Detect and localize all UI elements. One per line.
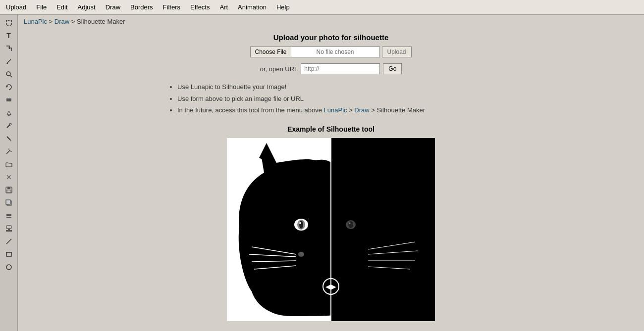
menubar: Upload File Edit Adjust Draw Borders Fil… (0, 0, 644, 15)
instruction-3: In the future, access this tool from the… (177, 105, 504, 115)
tool-save[interactable] (2, 184, 16, 196)
tool-stamp[interactable] (2, 223, 16, 235)
svg-marker-4 (6, 86, 8, 88)
svg-point-8 (9, 123, 11, 125)
svg-point-40 (349, 222, 351, 224)
svg-line-9 (7, 137, 10, 140)
svg-line-7 (7, 125, 10, 128)
menu-edit[interactable]: Edit (54, 2, 69, 12)
example-section: Example of Silhouette tool (18, 125, 644, 323)
tool-crop[interactable] (2, 43, 16, 54)
tool-layers[interactable] (2, 210, 16, 222)
tool-text[interactable]: T (2, 30, 16, 42)
instruction-lunapic-link[interactable]: LunaPic (324, 106, 347, 114)
tool-zoom[interactable] (2, 68, 16, 80)
svg-line-1 (7, 59, 11, 63)
menu-help[interactable]: Help (274, 2, 292, 12)
menu-animation[interactable]: Animation (236, 2, 268, 12)
svg-rect-25 (6, 252, 11, 256)
svg-rect-14 (7, 187, 10, 189)
breadcrumb-sep2: > (69, 18, 77, 25)
tool-wand[interactable] (2, 145, 16, 157)
instruction-1: Use Lunapic to Silhouette your Image! (177, 82, 504, 92)
svg-line-3 (10, 75, 12, 77)
svg-point-49 (298, 252, 304, 257)
svg-rect-20 (6, 217, 11, 218)
tool-eyedropper[interactable] (2, 120, 16, 132)
tool-brush[interactable] (2, 133, 16, 144)
menu-draw[interactable]: Draw (104, 2, 122, 12)
svg-rect-15 (7, 190, 11, 192)
menu-art[interactable]: Art (217, 2, 230, 12)
url-label: or, open URL (260, 65, 298, 73)
svg-point-2 (6, 72, 10, 76)
upload-title: Upload your photo for silhouette (133, 33, 529, 42)
svg-point-39 (348, 221, 353, 228)
file-input-row: Choose File No file chosen Upload (133, 47, 529, 57)
tool-circle[interactable] (2, 261, 16, 273)
instruction-2: Use form above to pick an image file or … (177, 94, 504, 104)
menu-adjust[interactable]: Adjust (76, 2, 98, 12)
tool-rect-outline[interactable] (2, 248, 16, 260)
file-name-display: No file chosen (291, 47, 380, 57)
svg-rect-17 (6, 200, 10, 204)
menu-effects[interactable]: Effects (188, 2, 212, 12)
svg-rect-23 (8, 229, 10, 230)
content-area: LunaPic > Draw > Silhouette Maker Upload… (18, 15, 644, 331)
tool-pencil[interactable] (2, 55, 16, 67)
tool-folder[interactable] (2, 158, 16, 170)
cat-image-container: ◀▶ (227, 138, 435, 321)
svg-line-24 (6, 239, 11, 244)
tool-rectangle[interactable] (2, 94, 16, 106)
menu-borders[interactable]: Borders (128, 2, 155, 12)
svg-point-36 (299, 221, 303, 229)
url-row: or, open URL Go (133, 63, 529, 74)
example-title: Example of Silhouette tool (18, 125, 644, 133)
menu-upload[interactable]: Upload (4, 2, 28, 12)
svg-point-37 (299, 222, 301, 224)
menu-filters[interactable]: Filters (161, 2, 182, 12)
svg-rect-22 (6, 230, 12, 232)
url-input[interactable] (301, 63, 380, 74)
upload-section: Upload your photo for silhouette Choose … (133, 33, 529, 74)
cat-silhouette-svg: ◀▶ (227, 138, 435, 321)
svg-rect-18 (6, 214, 11, 215)
breadcrumb-current: Silhouette Maker (77, 18, 125, 25)
choose-file-button[interactable]: Choose File (250, 47, 290, 57)
go-button[interactable]: Go (383, 63, 402, 74)
svg-rect-0 (6, 20, 11, 25)
svg-rect-21 (6, 226, 11, 229)
toolbar: T ✕ (0, 15, 18, 331)
tool-line[interactable] (2, 236, 16, 247)
breadcrumb-sep1: > (47, 18, 54, 25)
breadcrumb: LunaPic > Draw > Silhouette Maker (18, 15, 644, 28)
instructions: Use Lunapic to Silhouette your Image! Us… (158, 82, 504, 115)
svg-rect-19 (6, 215, 11, 216)
tool-paint[interactable] (2, 107, 16, 119)
svg-point-6 (8, 115, 9, 116)
tool-close[interactable]: ✕ (2, 171, 16, 183)
tool-select[interactable] (2, 17, 16, 29)
instruction-draw-link[interactable]: Draw (354, 106, 369, 114)
svg-text:◀▶: ◀▶ (325, 283, 336, 290)
tool-rotate[interactable] (2, 81, 16, 93)
main-layout: T ✕ (0, 15, 644, 331)
svg-point-26 (6, 265, 11, 270)
breadcrumb-lunapic[interactable]: LunaPic (24, 18, 47, 25)
instruction-tool-name: Silhouette Maker (377, 106, 426, 114)
breadcrumb-draw[interactable]: Draw (54, 18, 69, 25)
tool-copy[interactable] (2, 197, 16, 209)
svg-line-10 (6, 150, 10, 154)
menu-file[interactable]: File (34, 2, 49, 12)
svg-rect-5 (6, 98, 11, 101)
upload-button[interactable]: Upload (382, 47, 412, 57)
